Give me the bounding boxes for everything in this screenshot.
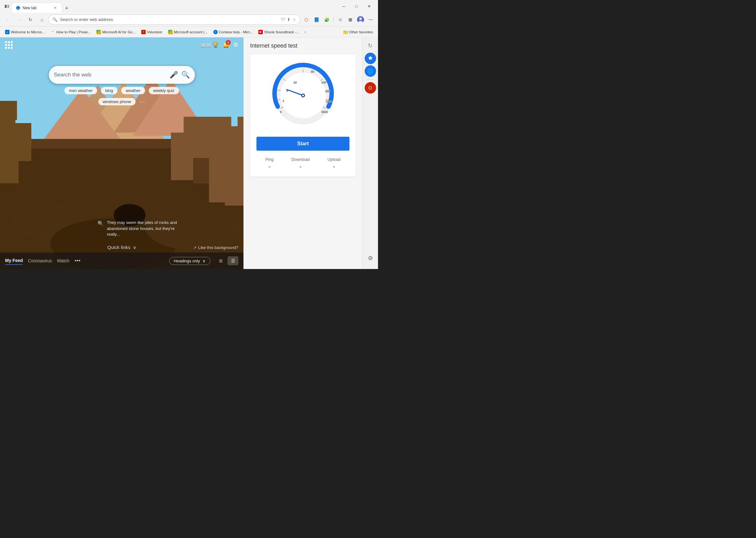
- stats-row: Ping - Download - Upload -: [257, 157, 349, 170]
- bookmark-favicon: e: [5, 30, 10, 34]
- minimize-button[interactable]: ─: [337, 1, 350, 11]
- speed-test-title: Internet speed test: [250, 42, 356, 49]
- start-button[interactable]: Start: [257, 137, 349, 151]
- suggestion-weather[interactable]: weather: [121, 87, 145, 94]
- forward-button[interactable]: →: [14, 15, 24, 25]
- trophy-icon: 🏆: [213, 42, 219, 48]
- search-icon: 🔍: [52, 17, 57, 22]
- external-link-icon: ↗: [193, 245, 197, 250]
- bookmark-item[interactable]: e Welcome to Micros...: [3, 28, 47, 36]
- profile-button[interactable]: [356, 15, 365, 25]
- svg-text:100: 100: [321, 81, 326, 84]
- svg-rect-10: [343, 31, 345, 32]
- tab-bar: e New tab ✕ +: [11, 0, 337, 13]
- bookmark-label: Shook Soundtrack -...: [264, 30, 299, 34]
- nav-actions: ⬡ 📘 🧩 ☆ ⊞ ⋯: [302, 15, 376, 25]
- titlebar: e New tab ✕ + ─ □ ✕: [0, 0, 378, 13]
- tab-watch[interactable]: Watch: [57, 257, 70, 265]
- suggestion-weekly-quiz[interactable]: weekly quiz: [149, 87, 179, 94]
- speed-test-card: 0 1 5 10 50: [250, 54, 356, 177]
- bookmark-item[interactable]: Microsoft AI for Go...: [94, 28, 138, 36]
- svg-point-6: [358, 21, 363, 24]
- back-button[interactable]: ←: [3, 15, 13, 25]
- search-submit-button[interactable]: 🔍: [181, 71, 190, 79]
- search-input[interactable]: [54, 72, 166, 78]
- bookmark-item[interactable]: + Volunteer: [139, 28, 165, 36]
- download-value: -: [300, 163, 302, 170]
- home-button[interactable]: ⌂: [37, 15, 47, 25]
- view-buttons: ⊞ ☰: [215, 256, 238, 265]
- suggestion-msn-weather[interactable]: msn weather: [64, 87, 97, 94]
- like-background-button[interactable]: ↗ Like this background?: [193, 245, 238, 250]
- microphone-icon[interactable]: 🎤: [169, 71, 178, 79]
- bookmark-item[interactable]: Microsoft account |...: [166, 28, 210, 36]
- bookmark-item[interactable]: ▶ Shook Soundtrack -...: [256, 28, 302, 36]
- svg-text:e: e: [18, 7, 19, 10]
- svg-point-5: [359, 18, 362, 20]
- close-button[interactable]: ✕: [363, 1, 376, 11]
- favorites-icon[interactable]: ☆: [292, 17, 296, 22]
- bookmark-favicon: C: [213, 30, 218, 34]
- bookmark-favicon: [168, 30, 173, 34]
- bottom-bar: My Feed Coronavirus Watch ••• Headings o…: [0, 252, 243, 269]
- address-bar[interactable]: 🔍 Search or enter web address 🛡 ⬆ ☆: [48, 15, 300, 25]
- settings-more-button[interactable]: ⋯: [366, 15, 376, 25]
- maximize-button[interactable]: □: [350, 1, 363, 11]
- photo-info: 🔍 They may seem like piles of rocks and …: [97, 220, 183, 237]
- far-right-reload-button[interactable]: ↻: [365, 40, 376, 51]
- office-panel-button[interactable]: O: [365, 82, 376, 93]
- bookmark-label: How to Play | Powe...: [56, 30, 91, 34]
- suggestions-more-button[interactable]: ⋯: [139, 98, 145, 105]
- collections-button[interactable]: ⊞: [346, 15, 355, 25]
- bookmark-item[interactable]: C Cortana help - Micr...: [211, 28, 256, 36]
- share-icon[interactable]: ⬆: [287, 17, 290, 22]
- upload-value: -: [333, 163, 335, 170]
- active-tab[interactable]: e New tab ✕: [11, 3, 62, 13]
- extensions-button[interactable]: 🧩: [322, 15, 331, 25]
- rewards-panel-button[interactable]: [365, 53, 376, 64]
- ping-value: -: [268, 163, 271, 170]
- favorites-tracking-icon[interactable]: 🛡: [281, 17, 285, 22]
- new-tab-button[interactable]: +: [62, 4, 71, 13]
- suggestion-windows-phone[interactable]: windows phone: [98, 98, 136, 105]
- refresh-button[interactable]: ↻: [26, 15, 35, 25]
- tab-my-feed[interactable]: My Feed: [5, 257, 23, 265]
- tab-close-button[interactable]: ✕: [52, 5, 58, 11]
- bookmark-favicon: ▶: [258, 30, 263, 34]
- sidebar-toggle-button[interactable]: [3, 2, 11, 11]
- bookmark-item[interactable]: P How to Play | Powe...: [48, 28, 93, 36]
- svg-text:1: 1: [282, 99, 284, 102]
- onenote-button[interactable]: 📘: [312, 15, 321, 25]
- suggestion-bing[interactable]: bing: [101, 87, 118, 94]
- quick-links-chevron-icon[interactable]: ∨: [133, 245, 136, 250]
- speedometer-svg: 0 1 5 10 50: [268, 61, 338, 131]
- bookmarks-more-button[interactable]: ›: [303, 28, 308, 36]
- bookmark-favicon: +: [141, 30, 146, 34]
- apps-grid-button[interactable]: [5, 41, 13, 49]
- like-background-text: Like this background?: [198, 245, 238, 250]
- window-controls: ─ □ ✕: [337, 1, 376, 11]
- bookmark-favicon: [96, 30, 101, 34]
- svg-text:500: 500: [325, 90, 330, 93]
- grid-view-button[interactable]: ⊞: [215, 256, 226, 265]
- page-settings-button[interactable]: ⚙: [233, 41, 238, 48]
- quick-links-bar: Quick links ∨: [107, 244, 136, 250]
- bookmark-label: Cortana help - Micr...: [219, 30, 253, 34]
- feed-tabs-more[interactable]: •••: [75, 258, 81, 264]
- svg-rect-24: [19, 130, 31, 155]
- browser-compat-button[interactable]: 🌐: [365, 65, 376, 77]
- office-button[interactable]: ⬡: [302, 15, 311, 25]
- bookmarks-folder-label: Other favorites: [349, 30, 373, 34]
- headings-only-selector[interactable]: Headings only ∨: [169, 257, 210, 265]
- notification-button[interactable]: 🔔 1: [222, 41, 229, 48]
- bookmark-label: Welcome to Micros...: [11, 30, 45, 34]
- quick-links-label[interactable]: Quick links: [107, 244, 131, 250]
- favorites-star-button[interactable]: ☆: [335, 15, 345, 25]
- list-view-button[interactable]: ☰: [228, 256, 238, 265]
- collections-divider: [333, 17, 333, 23]
- tab-coronavirus[interactable]: Coronavirus: [28, 257, 52, 265]
- bookmarks-other-favorites[interactable]: Other favorites: [341, 28, 376, 36]
- bookmarks-bar: e Welcome to Micros... P How to Play | P…: [0, 27, 378, 37]
- svg-text:10: 10: [293, 81, 296, 84]
- far-right-settings-button[interactable]: ⚙: [365, 252, 376, 264]
